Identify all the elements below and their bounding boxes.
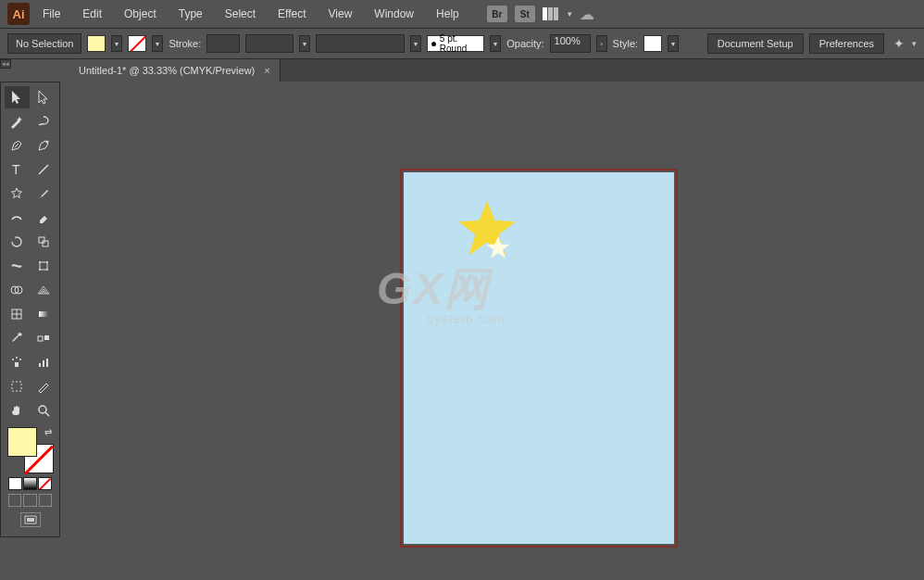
menu-effect[interactable]: Effect: [268, 4, 315, 24]
svg-point-19: [12, 359, 14, 360]
preferences-button[interactable]: Preferences: [809, 33, 884, 54]
fill-stroke-selector[interactable]: ⇄: [7, 427, 54, 473]
svg-rect-29: [27, 518, 34, 522]
stock-icon[interactable]: St: [515, 6, 535, 22]
menu-view[interactable]: View: [319, 4, 362, 24]
shaper-tool[interactable]: [5, 207, 30, 229]
tool-panel: T ⇄: [0, 82, 60, 537]
shape-builder-tool[interactable]: [5, 279, 30, 301]
perspective-grid-tool[interactable]: [31, 279, 56, 301]
artboard-tool[interactable]: [5, 375, 30, 397]
stroke-swatch-none[interactable]: [128, 35, 146, 52]
menu-type[interactable]: Type: [169, 4, 212, 24]
menu-select[interactable]: Select: [216, 4, 265, 24]
column-graph-tool[interactable]: [31, 351, 56, 373]
draw-normal[interactable]: [8, 494, 21, 507]
mesh-tool[interactable]: [5, 303, 30, 325]
line-tool[interactable]: [31, 158, 56, 181]
close-tab-icon[interactable]: ×: [264, 65, 269, 76]
variable-width-input[interactable]: [316, 34, 405, 53]
align-to-icon[interactable]: ✦: [893, 36, 905, 51]
width-tool[interactable]: [5, 255, 30, 277]
menu-edit[interactable]: Edit: [73, 4, 111, 24]
svg-rect-25: [12, 382, 21, 391]
menu-file[interactable]: File: [33, 4, 69, 24]
type-tool[interactable]: T: [5, 158, 30, 181]
app-logo-ai: Ai: [7, 3, 30, 25]
svg-point-21: [19, 359, 21, 360]
bridge-icon[interactable]: Br: [487, 6, 507, 22]
align-dropdown-icon[interactable]: ▾: [912, 39, 917, 48]
opacity-input[interactable]: 100%: [550, 34, 591, 53]
menu-window[interactable]: Window: [365, 4, 423, 24]
svg-text:T: T: [12, 162, 20, 177]
paintbrush-tool[interactable]: [31, 183, 56, 205]
gradient-tool[interactable]: [31, 303, 56, 325]
menu-help[interactable]: Help: [427, 4, 468, 24]
svg-rect-3: [39, 237, 44, 243]
symbol-sprayer-tool[interactable]: [5, 351, 30, 373]
svg-point-6: [39, 261, 41, 263]
panel-collapse-grip[interactable]: ◂◂: [0, 59, 11, 69]
document-setup-button[interactable]: Document Setup: [707, 33, 804, 54]
lasso-tool[interactable]: [31, 110, 56, 132]
hand-tool[interactable]: [5, 399, 30, 422]
selection-tool[interactable]: [5, 86, 30, 108]
artboard[interactable]: [403, 171, 675, 545]
svg-rect-23: [43, 360, 44, 367]
document-tab[interactable]: Untitled-1* @ 33.33% (CMYK/Preview) ×: [69, 59, 281, 82]
pen-tool[interactable]: [5, 134, 30, 157]
sync-cloud-icon[interactable]: ☁: [580, 6, 594, 23]
eyedropper-tool[interactable]: [5, 327, 30, 349]
magic-wand-tool[interactable]: [5, 110, 30, 132]
menu-object[interactable]: Object: [115, 4, 166, 24]
brush-dropdown[interactable]: ▾: [490, 35, 501, 52]
style-swatch[interactable]: [643, 35, 662, 52]
swap-fill-stroke-icon[interactable]: ⇄: [44, 427, 52, 437]
color-mode-row: [8, 477, 52, 490]
direct-selection-tool[interactable]: [31, 86, 56, 108]
style-dropdown[interactable]: ▾: [668, 35, 679, 52]
zoom-tool[interactable]: [31, 399, 56, 422]
svg-rect-4: [43, 241, 48, 246]
blend-tool[interactable]: [31, 327, 56, 349]
screen-mode-button[interactable]: [20, 512, 41, 527]
free-transform-tool[interactable]: [31, 255, 56, 277]
document-tab-bar: Untitled-1* @ 33.33% (CMYK/Preview) ×: [69, 59, 924, 82]
canvas-area[interactable]: [69, 82, 924, 580]
svg-rect-18: [15, 362, 19, 367]
star-tool[interactable]: [5, 183, 30, 205]
stroke-dropdown[interactable]: ▾: [152, 35, 163, 52]
variable-width-dropdown[interactable]: ▾: [410, 35, 421, 52]
svg-rect-22: [39, 363, 41, 367]
eraser-tool[interactable]: [31, 207, 56, 229]
rotate-tool[interactable]: [5, 231, 30, 253]
menu-bar: Ai File Edit Object Type Select Effect V…: [0, 0, 924, 28]
color-mode-solid[interactable]: [8, 477, 22, 490]
draw-behind[interactable]: [23, 494, 36, 507]
svg-point-7: [46, 261, 48, 263]
draw-inside[interactable]: [39, 494, 52, 507]
fill-dropdown[interactable]: ▾: [111, 35, 122, 52]
artboard-surface[interactable]: [403, 171, 675, 545]
svg-line-27: [45, 412, 49, 416]
brush-preview[interactable]: 5 pt. Round: [427, 35, 484, 52]
curvature-tool[interactable]: [31, 134, 56, 157]
stroke-profile-dropdown[interactable]: ▾: [299, 35, 310, 52]
color-mode-gradient[interactable]: [23, 477, 37, 490]
workspace-layout-icon[interactable]: [543, 7, 558, 20]
slice-tool[interactable]: [31, 375, 56, 397]
document-tab-title: Untitled-1* @ 33.33% (CMYK/Preview): [79, 65, 255, 76]
chevron-down-icon[interactable]: ▾: [568, 9, 572, 19]
scale-tool[interactable]: [31, 231, 56, 253]
opacity-dropdown[interactable]: ›: [596, 35, 607, 52]
stroke-weight-input[interactable]: [206, 34, 240, 53]
fill-color-big[interactable]: [7, 427, 37, 457]
svg-rect-24: [46, 359, 48, 367]
fill-swatch[interactable]: [87, 35, 106, 52]
svg-rect-15: [39, 311, 48, 317]
star-shape-small[interactable]: [485, 235, 511, 261]
color-mode-none[interactable]: [38, 477, 52, 490]
svg-point-26: [39, 406, 46, 413]
stroke-profile-input[interactable]: [245, 34, 293, 53]
